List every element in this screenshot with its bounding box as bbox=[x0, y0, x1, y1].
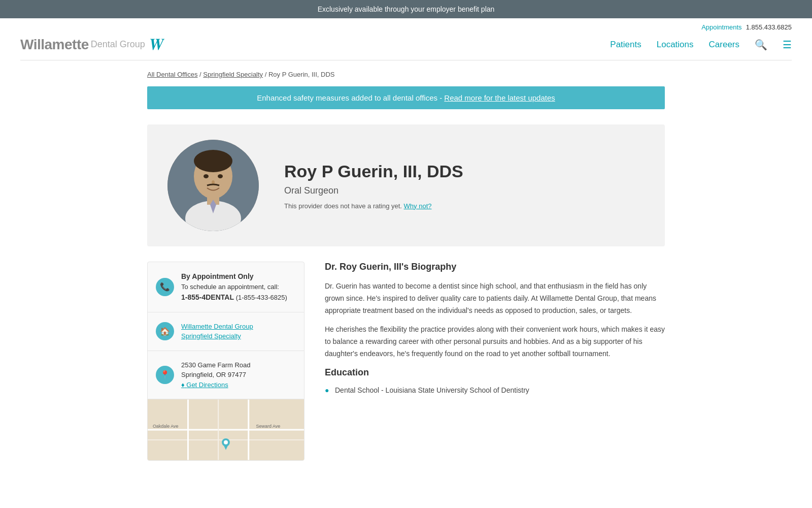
doctor-photo-svg bbox=[167, 140, 259, 231]
map-placeholder: Oakdale Ave Seward Ave bbox=[148, 399, 304, 460]
bio-section: Dr. Roy Guerin, III's Biography Dr. Guer… bbox=[325, 262, 665, 360]
header-top: Appointments 1.855.433.6825 bbox=[20, 23, 792, 31]
bio-para1: Dr. Guerin has wanted to become a dentis… bbox=[325, 280, 665, 316]
search-icon[interactable]: 🔍 bbox=[755, 39, 767, 51]
svg-point-19 bbox=[224, 440, 228, 444]
rating-text: This provider does not have a rating yet… bbox=[284, 202, 463, 210]
why-not-link[interactable]: Why not? bbox=[404, 202, 432, 210]
rating-description: This provider does not have a rating yet… bbox=[284, 202, 402, 210]
alert-text: Enhanced safety measures added to all de… bbox=[257, 93, 444, 102]
appointment-row: 📞 By Appointment Only To schedule an app… bbox=[148, 262, 304, 312]
address-text: 2530 Game Farm Road Springfield, OR 9747… bbox=[181, 360, 251, 390]
breadcrumb-springfield[interactable]: Springfield Specialty bbox=[203, 71, 263, 78]
main-content: All Dental Offices / Springfield Special… bbox=[127, 60, 685, 471]
location-icon: 📍 bbox=[156, 366, 174, 384]
list-item: Dental School - Louisiana State Universi… bbox=[325, 384, 665, 396]
two-col: 📞 By Appointment Only To schedule an app… bbox=[147, 262, 665, 461]
map-svg: Oakdale Ave Seward Ave bbox=[148, 399, 304, 460]
svg-point-6 bbox=[204, 174, 209, 178]
top-banner: Exclusively available through your emplo… bbox=[0, 0, 812, 18]
practice-location: Springfield Specialty bbox=[181, 332, 241, 340]
education-section: Education Dental School - Louisiana Stat… bbox=[325, 367, 665, 396]
breadcrumb: All Dental Offices / Springfield Special… bbox=[147, 71, 665, 78]
doctor-name: Roy P Guerin, III, DDS bbox=[284, 162, 463, 181]
breadcrumb-all-offices[interactable]: All Dental Offices bbox=[147, 71, 197, 78]
logo-icon: 𝑾 bbox=[149, 35, 163, 54]
nav-careers[interactable]: Careers bbox=[709, 40, 739, 50]
contact-card: 📞 By Appointment Only To schedule an app… bbox=[147, 262, 304, 461]
doctor-photo bbox=[167, 140, 259, 231]
phone-display: 1-855-4DENTAL bbox=[181, 293, 234, 301]
get-directions-link[interactable]: ♦ Get Directions bbox=[181, 381, 228, 389]
nav-locations[interactable]: Locations bbox=[657, 40, 694, 50]
appointment-desc: To schedule an appointment, call: bbox=[181, 283, 279, 291]
logo: Willamette Dental Group 𝑾 bbox=[20, 35, 163, 54]
education-item-1: Dental School - Louisiana State Universi… bbox=[335, 386, 529, 394]
address-line2: Springfield, OR 97477 bbox=[181, 371, 246, 378]
svg-point-2 bbox=[194, 150, 232, 172]
alert-banner: Enhanced safety measures added to all de… bbox=[147, 86, 665, 109]
address-row: 📍 2530 Game Farm Road Springfield, OR 97… bbox=[148, 351, 304, 400]
phone-icon: 📞 bbox=[156, 278, 174, 296]
building-icon: 🏠 bbox=[156, 322, 174, 340]
breadcrumb-doctor: Roy P Guerin, III, DDS bbox=[268, 71, 335, 78]
svg-point-7 bbox=[218, 174, 223, 178]
right-col: Dr. Roy Guerin, III's Biography Dr. Guer… bbox=[325, 262, 665, 461]
appointment-text: By Appointment Only To schedule an appoi… bbox=[181, 271, 287, 303]
breadcrumb-sep2: / bbox=[265, 71, 268, 78]
phone-number: (1-855-433-6825) bbox=[236, 294, 287, 301]
logo-dental: Dental Group bbox=[91, 39, 145, 50]
header-nav: Willamette Dental Group 𝑾 Patients Locat… bbox=[20, 35, 792, 60]
bio-para2: He cherishes the flexibility the practic… bbox=[325, 324, 665, 360]
phone-number: 1.855.433.6825 bbox=[746, 23, 792, 31]
doctor-specialty: Oral Surgeon bbox=[284, 185, 463, 196]
menu-icon[interactable]: ☰ bbox=[783, 39, 792, 51]
appointments-link[interactable]: Appointments bbox=[701, 23, 742, 31]
directions-icon: ♦ bbox=[181, 381, 185, 389]
header: Appointments 1.855.433.6825 Willamette D… bbox=[0, 18, 812, 60]
practice-text: Willamette Dental Group Springfield Spec… bbox=[181, 322, 253, 341]
svg-text:Seward Ave: Seward Ave bbox=[256, 424, 281, 429]
nav-patients[interactable]: Patients bbox=[610, 40, 641, 50]
appointment-title: By Appointment Only bbox=[181, 272, 254, 280]
education-title: Education bbox=[325, 367, 665, 378]
svg-text:Oakdale Ave: Oakdale Ave bbox=[153, 424, 179, 429]
alert-link[interactable]: Read more for the latest updates bbox=[444, 93, 555, 102]
address-line1: 2530 Game Farm Road bbox=[181, 361, 251, 369]
logo-willamette: Willamette bbox=[20, 37, 89, 53]
nav-links: Patients Locations Careers 🔍 ☰ bbox=[610, 39, 792, 51]
practice-row: 🏠 Willamette Dental Group Springfield Sp… bbox=[148, 312, 304, 351]
education-list: Dental School - Louisiana State Universi… bbox=[325, 384, 665, 396]
practice-name: Willamette Dental Group bbox=[181, 323, 253, 330]
profile-info: Roy P Guerin, III, DDS Oral Surgeon This… bbox=[284, 162, 463, 210]
left-col: 📞 By Appointment Only To schedule an app… bbox=[147, 262, 304, 461]
directions-label: Get Directions bbox=[186, 381, 228, 389]
profile-card: Roy P Guerin, III, DDS Oral Surgeon This… bbox=[147, 124, 665, 246]
top-banner-text: Exclusively available through your emplo… bbox=[318, 5, 495, 13]
practice-name-link[interactable]: Willamette Dental Group Springfield Spec… bbox=[181, 323, 253, 340]
bio-title: Dr. Roy Guerin, III's Biography bbox=[325, 262, 665, 272]
